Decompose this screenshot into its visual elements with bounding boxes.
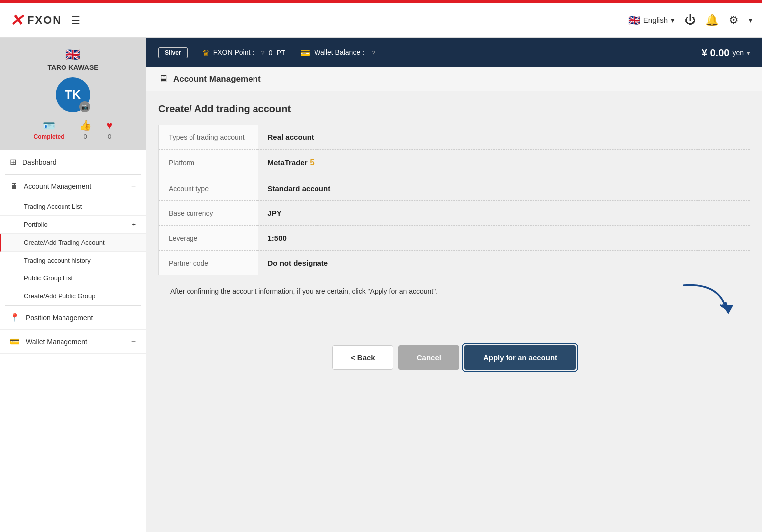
- notification-icon[interactable]: 🔔: [705, 14, 719, 27]
- power-icon[interactable]: ⏻: [685, 14, 696, 27]
- likes-count: 0: [83, 133, 87, 140]
- bottom-section: After confirming the account information…: [158, 285, 750, 333]
- likes-stat: 👍 0: [79, 119, 92, 140]
- confirm-area: After confirming the account information…: [170, 285, 674, 298]
- id-card-icon: 🪪: [43, 120, 55, 132]
- account-management-label: Account Management: [24, 182, 126, 190]
- logo: ✕ FXON: [10, 11, 62, 30]
- sidebar-item-dashboard[interactable]: ⊞ Dashboard: [0, 150, 146, 174]
- dashboard-icon: ⊞: [10, 157, 16, 167]
- pin-icon: 📍: [10, 313, 20, 322]
- settings-chevron-icon: ▾: [749, 16, 752, 24]
- table-row-type: Types of trading account Real account: [159, 125, 750, 150]
- table-row-account-type: Account type Standard account: [159, 176, 750, 201]
- cancel-button[interactable]: Cancel: [398, 345, 459, 370]
- table-label-leverage: Leverage: [159, 226, 258, 251]
- table-value-currency: JPY: [258, 201, 750, 226]
- minus-icon-wallet: −: [131, 337, 136, 346]
- metatrader-text: MetaTrader: [268, 158, 308, 167]
- help-icon-2[interactable]: ?: [371, 49, 375, 57]
- settings-icon[interactable]: ⚙: [729, 14, 739, 27]
- table-row-partner: Partner code Do not designate: [159, 251, 750, 275]
- fxon-point-label: FXON Point：: [213, 48, 257, 57]
- sidebar-item-trading-history[interactable]: Trading account history: [0, 252, 146, 269]
- fxon-point-item: ♛ FXON Point： ? 0 PT: [202, 48, 286, 58]
- uk-flag-icon: 🇬🇧: [628, 14, 640, 26]
- logo-icon: ✕: [10, 11, 23, 30]
- thumbs-up-icon: 👍: [79, 119, 92, 131]
- svg-marker-0: [722, 304, 733, 314]
- table-label-platform: Platform: [159, 150, 258, 176]
- main-layout: 🇬🇧 TARO KAWASE TK 📷 🪪 Completed 👍 0 ♥ 0: [0, 38, 762, 532]
- table-value-type: Real account: [258, 125, 750, 150]
- sidebar: 🇬🇧 TARO KAWASE TK 📷 🪪 Completed 👍 0 ♥ 0: [0, 38, 146, 532]
- favorites-count: 0: [108, 133, 111, 140]
- sidebar-item-trading-account-list[interactable]: Trading Account List: [0, 198, 146, 216]
- trading-history-label: Trading account history: [24, 257, 91, 264]
- main-content: Silver ♛ FXON Point： ? 0 PT 💳 Wallet Bal…: [146, 38, 762, 532]
- sidebar-item-wallet-management[interactable]: 💳 Wallet Management −: [0, 330, 146, 354]
- sidebar-item-create-add-public-group[interactable]: Create/Add Public Group: [0, 287, 146, 305]
- sidebar-item-account-management[interactable]: 🖥 Account Management −: [0, 175, 146, 198]
- table-row-leverage: Leverage 1:500: [159, 226, 750, 251]
- balance-chevron-icon[interactable]: ▾: [747, 49, 750, 57]
- silver-badge: Silver: [158, 47, 188, 58]
- trading-account-list-label: Trading Account List: [24, 203, 82, 210]
- portfolio-label: Portfolio: [24, 221, 48, 228]
- chevron-down-icon: ▾: [671, 16, 675, 25]
- account-info-table: Types of trading account Real account Pl…: [158, 125, 750, 275]
- create-add-trading-label: Create/Add Trading Account: [24, 239, 105, 246]
- section-title: Create/ Add trading account: [158, 103, 750, 115]
- sidebar-item-public-group-list[interactable]: Public Group List: [0, 269, 146, 287]
- completed-label: Completed: [34, 133, 64, 140]
- sidebar-item-create-add-trading[interactable]: Create/Add Trading Account: [0, 234, 146, 252]
- table-label-type: Types of trading account: [159, 125, 258, 150]
- logo-text: FXON: [27, 14, 62, 27]
- arrow-svg: [679, 280, 738, 320]
- favorites-stat: ♥ 0: [107, 120, 113, 140]
- hamburger-menu[interactable]: ☰: [71, 14, 80, 26]
- avatar-container: TK 📷: [56, 77, 90, 112]
- table-value-platform: MetaTrader 5: [258, 150, 750, 176]
- create-add-public-group-label: Create/Add Public Group: [24, 292, 96, 300]
- balance-display: ¥ 0.00 yen ▾: [702, 47, 750, 59]
- plus-icon: +: [132, 221, 136, 228]
- help-icon-1[interactable]: ?: [261, 49, 264, 57]
- action-buttons: < Back Cancel Apply for an account: [158, 338, 750, 377]
- position-management-label: Position Management: [26, 314, 136, 322]
- camera-icon[interactable]: 📷: [79, 101, 90, 112]
- mt5-number: 5: [308, 158, 315, 167]
- dashboard-label: Dashboard: [22, 158, 136, 166]
- user-name: TARO KAWASE: [47, 64, 98, 71]
- public-group-list-label: Public Group List: [24, 274, 73, 282]
- sidebar-item-position-management[interactable]: 📍 Position Management: [0, 306, 146, 330]
- minus-icon: −: [131, 182, 136, 191]
- wallet-icon: 💳: [10, 337, 20, 346]
- table-row-currency: Base currency JPY: [159, 201, 750, 226]
- language-selector[interactable]: 🇬🇧 English ▾: [628, 14, 675, 26]
- table-row-platform: Platform MetaTrader 5: [159, 150, 750, 176]
- account-bar: Silver ♛ FXON Point： ? 0 PT 💳 Wallet Bal…: [146, 38, 762, 67]
- header-left: ✕ FXON ☰: [10, 11, 80, 30]
- sidebar-item-portfolio[interactable]: Portfolio +: [0, 216, 146, 234]
- wallet-balance-icon: 💳: [300, 48, 310, 58]
- back-button[interactable]: < Back: [332, 345, 393, 370]
- crown-icon: ♛: [202, 48, 209, 58]
- wallet-management-label: Wallet Management: [26, 338, 126, 346]
- main-header: ✕ FXON ☰ 🇬🇧 English ▾ ⏻ 🔔 ⚙ ▾: [0, 3, 762, 38]
- user-flag-icon: 🇬🇧: [65, 48, 80, 62]
- table-label-account-type: Account type: [159, 176, 258, 201]
- table-value-leverage: 1:500: [258, 226, 750, 251]
- table-value-account-type: Standard account: [258, 176, 750, 201]
- table-label-currency: Base currency: [159, 201, 258, 226]
- content-area: Create/ Add trading account Types of tra…: [146, 91, 762, 532]
- arrow-area: [679, 280, 738, 322]
- monitor-icon: 🖥: [10, 182, 18, 191]
- pt-unit: PT: [276, 49, 285, 57]
- sidebar-nav: ⊞ Dashboard 🖥 Account Management − Tradi…: [0, 150, 146, 354]
- header-right: 🇬🇧 English ▾ ⏻ 🔔 ⚙ ▾: [628, 14, 752, 27]
- apply-button[interactable]: Apply for an account: [464, 345, 576, 370]
- balance-amount: ¥ 0.00: [702, 47, 730, 59]
- language-label: English: [643, 16, 668, 24]
- table-value-partner: Do not designate: [258, 251, 750, 275]
